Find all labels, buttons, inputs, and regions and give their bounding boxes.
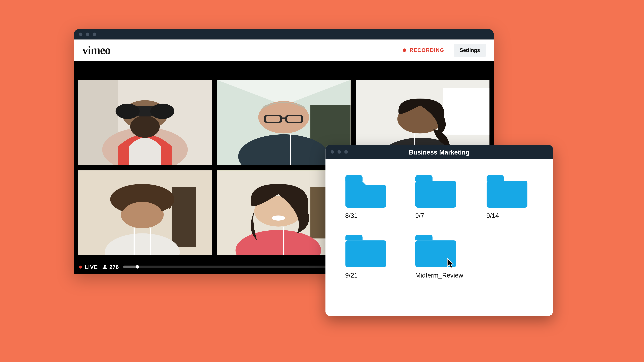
folder-label: 9/7	[415, 212, 424, 219]
folder-label: 9/14	[486, 212, 499, 219]
svg-rect-18	[442, 88, 489, 135]
folder-label: 8/31	[345, 212, 358, 219]
window-control-close[interactable]	[330, 150, 334, 153]
folder-body: 8/31 9/7 9/14	[325, 159, 553, 316]
viewer-count: 276	[102, 264, 119, 270]
window-control-zoom[interactable]	[344, 150, 348, 153]
folder-icon	[415, 235, 456, 267]
svg-rect-23	[172, 187, 196, 247]
svg-point-34	[272, 215, 285, 220]
svg-point-6	[116, 104, 140, 119]
folder-icon	[345, 235, 386, 267]
folder-window: Business Marketing 8/31 9/7	[325, 145, 553, 316]
folder-window-titlebar: Business Marketing	[325, 145, 553, 159]
svg-rect-37	[486, 181, 527, 208]
folder-label: Midterm_Review	[415, 272, 463, 279]
folder-icon	[345, 175, 386, 208]
window-control-minimize[interactable]	[86, 33, 89, 36]
recording-indicator: RECORDING	[403, 47, 444, 53]
live-label: LIVE	[84, 264, 98, 270]
svg-point-7	[150, 104, 174, 119]
svg-rect-38	[346, 240, 386, 267]
folder-item-5[interactable]: Midterm_Review	[415, 235, 463, 279]
folder-item-2[interactable]: 9/7	[415, 175, 463, 219]
window-control-minimize[interactable]	[338, 150, 341, 153]
folder-item-4[interactable]: 9/21	[345, 235, 392, 279]
window-control-zoom[interactable]	[93, 33, 96, 36]
svg-point-27	[122, 202, 162, 227]
progress-fill	[123, 266, 138, 268]
brand-logo: vimeo	[82, 43, 110, 57]
record-dot-icon	[403, 48, 406, 52]
participant-tile-1[interactable]	[78, 80, 212, 165]
folder-label: 9/21	[345, 272, 358, 279]
window-titlebar	[74, 29, 494, 39]
folder-item-3[interactable]: 9/14	[486, 175, 533, 219]
person-icon	[102, 264, 107, 270]
folder-icon	[486, 175, 528, 208]
folder-icon	[415, 175, 456, 208]
participant-avatar-icon	[78, 170, 212, 255]
participant-tile-4[interactable]	[78, 170, 212, 255]
window-control-close[interactable]	[79, 33, 82, 36]
app-header: vimeo RECORDING Settings	[74, 39, 494, 61]
live-dot-icon	[79, 265, 82, 268]
live-indicator: LIVE	[79, 264, 98, 270]
folder-window-title: Business Marketing	[325, 148, 553, 156]
settings-button[interactable]: Settings	[454, 44, 486, 57]
folder-item-1[interactable]: 8/31	[345, 175, 392, 219]
participant-avatar-icon	[78, 80, 212, 165]
recording-label: RECORDING	[410, 47, 444, 53]
viewer-count-value: 276	[110, 264, 119, 270]
folder-grid: 8/31 9/7 9/14	[345, 175, 533, 279]
svg-point-4	[130, 116, 160, 138]
svg-rect-36	[416, 181, 456, 208]
svg-rect-39	[416, 240, 456, 267]
